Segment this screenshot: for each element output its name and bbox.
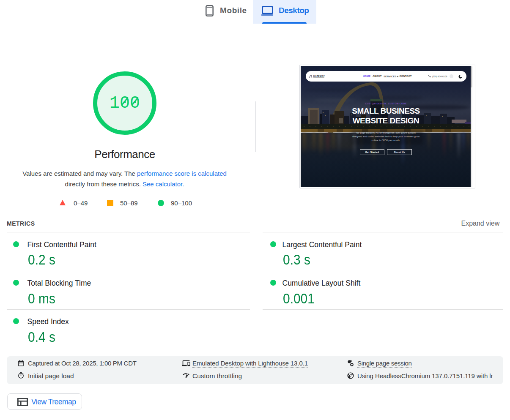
svg-text:100: 100	[110, 94, 140, 113]
